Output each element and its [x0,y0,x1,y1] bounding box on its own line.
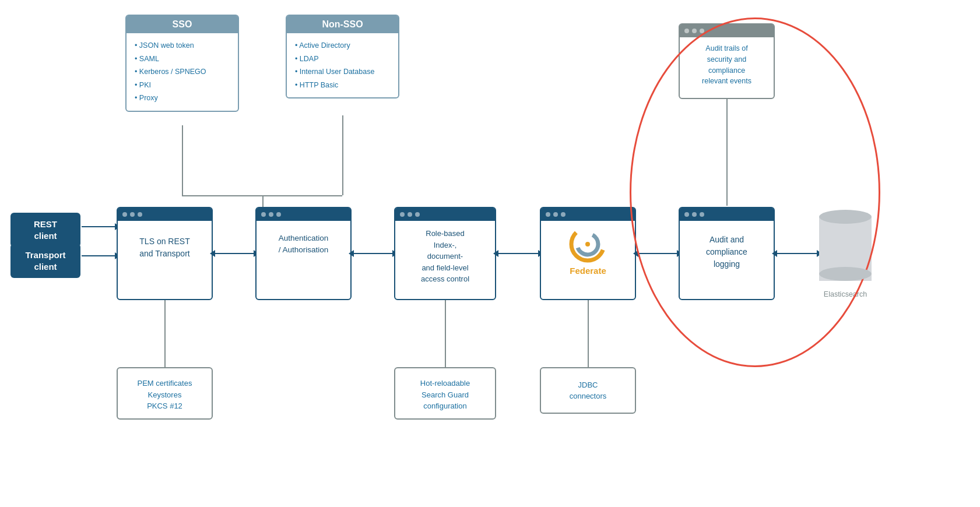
auth-content: Authentication / Authorisation [257,221,350,262]
dot2 [408,212,412,217]
dot2 [269,212,273,217]
audit-top-box: Audit trails of security and compliance … [679,23,775,99]
hotreload-box: Hot-reloadable Search Guard configuratio… [394,367,496,420]
federate-box: Federate [540,207,636,300]
nonsso-item-1: Active Directory [295,39,390,52]
dot1 [261,212,266,217]
svg-point-2 [585,242,590,247]
rolebased-content: Role-based Index-, document- and field-l… [395,221,495,291]
federate-content: Federate [541,221,635,276]
dot1 [684,212,689,217]
dot3 [700,212,704,217]
tls-auth-arrow [215,253,254,254]
tls-bottom-vline [164,300,166,367]
sso-box: SSO JSON web token SAML Kerberos / SPNEG… [125,15,239,112]
transport-arrow [82,255,115,256]
sso-item-2: SAML [135,52,230,66]
audit-vline [726,99,728,206]
dot1 [684,29,689,33]
cyl-top-ellipse [819,210,872,224]
sso-title: SSO [127,16,238,33]
nonsso-item-3: Internal User Database [295,65,390,79]
dot1 [400,212,405,217]
dot2 [553,212,558,217]
federate-logo-icon [569,226,607,263]
nonsso-box: Non-SSO Active Directory LDAP Internal U… [286,15,399,98]
cyl-bottom-ellipse [819,267,872,281]
federate-bottom-vline [588,300,589,367]
sso-item-4: PKI [135,79,230,92]
dot2 [692,29,697,33]
audit-log-content: Audit and compliance logging [680,221,774,276]
dot2 [130,212,135,217]
auth-role-arrow [353,253,393,254]
sso-list: JSON web token SAML Kerberos / SPNEGO PK… [127,33,238,111]
nonsso-item-4: HTTP Basic [295,79,390,92]
rolebased-box: Role-based Index-, document- and field-l… [394,207,496,300]
audit-log-box: Audit and compliance logging [679,207,775,300]
tls-box: TLS on REST and Transport [117,207,213,300]
rolebased-header [395,208,495,221]
dot3 [415,212,420,217]
role-bottom-vline [445,300,446,367]
sso-item-5: Proxy [135,91,230,105]
nonsso-vline [342,115,343,195]
jdbc-box: JDBC connectors [540,367,636,414]
role-federate-arrow [498,253,539,254]
pem-box: PEM certificates Keystores PKCS #12 [117,367,213,420]
federate-header [541,208,635,221]
nonsso-list: Active Directory LDAP Internal User Data… [287,33,398,97]
diagram: SSO JSON web token SAML Kerberos / SPNEG… [0,0,980,507]
dot2 [692,212,697,217]
rest-client: REST client [10,213,80,247]
audit-top-content: Audit trails of security and compliance … [680,37,774,93]
transport-client: Transport client [10,244,80,278]
audit-es-arrow [777,253,817,254]
dot3 [561,212,565,217]
dot1 [122,212,127,217]
dot1 [546,212,550,217]
nonsso-item-2: LDAP [295,52,390,66]
audit-top-header [680,24,774,37]
federate-audit-arrow [638,253,677,254]
federate-label: Federate [570,266,606,276]
rest-arrow [82,226,115,227]
auth-box: Authentication / Authorisation [255,207,352,300]
dot3 [700,29,704,33]
sso-item-3: Kerberos / SPNEGO [135,65,230,79]
elasticsearch-label: Elasticsearch [819,290,872,298]
tls-header [118,208,212,221]
cyl-container [819,210,872,286]
dot3 [138,212,142,217]
sso-vline [182,125,183,195]
elasticsearch-cylinder: Elasticsearch [819,210,872,298]
auth-header [257,208,350,221]
tls-content: TLS on REST and Transport [118,221,212,266]
sso-item-1: JSON web token [135,39,230,52]
audit-log-header [680,208,774,221]
dot3 [276,212,281,217]
nonsso-title: Non-SSO [287,16,398,33]
